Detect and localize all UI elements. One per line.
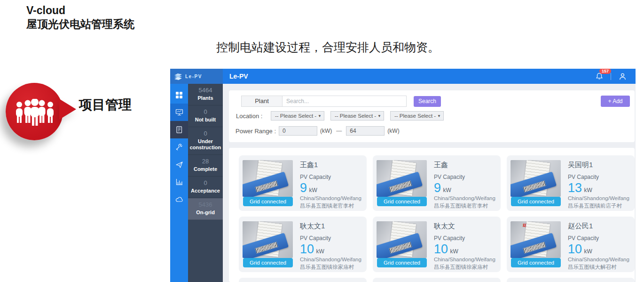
filter-panel: Plant Search + Add Location : -- Please …: [229, 90, 635, 142]
add-button[interactable]: + Add: [601, 96, 630, 107]
brand-line2: 屋顶光伏电站管理系统: [26, 17, 134, 31]
status-badge: Grid connected: [243, 197, 293, 206]
capacity-value: 9: [300, 181, 307, 195]
capacity-unit: kW: [309, 187, 317, 193]
dashboard-icon: [175, 91, 183, 99]
stat-value: 0: [189, 108, 222, 115]
plant-village: 昌乐县五图镇老官李村: [300, 202, 365, 209]
status-badge: Grid connected: [377, 258, 427, 267]
plant-region: China/Shandong/Weifang: [568, 257, 633, 262]
stat-label: Acceptance: [189, 188, 222, 194]
header-right: 157: [595, 72, 636, 81]
capacity-label: PV Capacity: [568, 174, 633, 180]
feature-callout: 项目管理: [0, 79, 169, 141]
header-title: Le-PV: [229, 73, 248, 80]
bubble-arrow: [59, 99, 76, 120]
stat-complete[interactable]: 28 Complete: [188, 155, 223, 177]
capacity-unit: kW: [450, 248, 458, 255]
plant-card[interactable]: Grid connected 王鑫1 PV Capacity 9 kW Chin…: [239, 155, 367, 211]
capacity-label: PV Capacity: [300, 174, 365, 180]
search-input[interactable]: [283, 96, 407, 107]
bar-chart-icon: [175, 178, 183, 186]
plant-village: 昌乐县五图镇前店子村: [568, 202, 633, 209]
plant-card[interactable]: Grid connected 耿太文 PV Capacity 10 kW Chi…: [373, 217, 501, 272]
plant-cards-grid: Grid connected 王鑫1 PV Capacity 9 kW Chin…: [239, 155, 635, 282]
select-value: -- Please Select -: [335, 113, 376, 119]
plant-region: China/Shandong/Weifang: [434, 257, 499, 262]
search-button[interactable]: Search: [414, 96, 441, 107]
notifications-bell-icon[interactable]: 157: [595, 72, 604, 81]
monitor-icon: [175, 108, 183, 116]
plant-name: 王鑫1: [300, 161, 365, 169]
stat-value: 28: [189, 158, 222, 165]
sidebar-item-statistics[interactable]: [170, 173, 188, 191]
sidebar-item-construction[interactable]: [170, 138, 188, 156]
stat-plants[interactable]: 5464 Plants: [188, 84, 223, 105]
capacity-label: PV Capacity: [434, 235, 499, 242]
stat-acceptance[interactable]: 0 Acceptance: [188, 177, 223, 198]
stat-value: 5464: [189, 87, 222, 94]
plant-card-partial[interactable]: [507, 278, 635, 282]
stat-label: Plants: [189, 95, 222, 101]
page: V-cloud 屋顶光伏电站管理系统 控制电站建设过程，合理安排人员和物资。 项…: [0, 0, 644, 282]
capacity-value: 13: [568, 181, 582, 195]
capacity-unit: kW: [584, 187, 592, 193]
sidebar-item-cloud[interactable]: [170, 191, 188, 208]
logo-text: Le-PV: [185, 74, 202, 79]
capacity-unit: kW: [443, 187, 451, 193]
plant-card[interactable]: Grid connected 吴国明1 PV Capacity 13 kW Ch…: [507, 155, 635, 211]
plant-village: 昌乐县五图镇徐家庙村: [434, 264, 499, 271]
sidebar-item-monitor[interactable]: [170, 104, 188, 121]
plant-card-partial[interactable]: [373, 278, 501, 282]
dispatch-icon: [175, 161, 183, 169]
solar-panel-logo-icon: [173, 72, 183, 81]
power-min-input[interactable]: [279, 126, 317, 136]
power-max-input[interactable]: [346, 126, 385, 136]
select-value: -- Please Select -: [275, 113, 316, 119]
plant-region: China/Shandong/Weifang: [434, 195, 499, 201]
capacity-value: 10: [568, 242, 582, 256]
stat-under-construction[interactable]: 0 Under construction: [188, 127, 223, 155]
plant-name: 耿太文: [434, 222, 499, 231]
plant-village: 昌乐县五图镇徐家庙村: [300, 264, 365, 271]
cloud-icon: [175, 195, 183, 203]
location-select-district[interactable]: -- Please Select - ▼: [390, 111, 444, 121]
sidebar-item-dashboard[interactable]: [170, 86, 188, 104]
plant-card-partial[interactable]: [239, 278, 367, 282]
search-field-selector[interactable]: Plant: [241, 96, 283, 107]
stat-value: 5436: [189, 201, 222, 208]
location-select-city[interactable]: -- Please Select - ▼: [330, 111, 384, 121]
stat-on-grid[interactable]: 5436 On-grid: [188, 198, 223, 220]
select-value: -- Please Select -: [394, 113, 436, 119]
logo-block[interactable]: Le-PV: [170, 69, 223, 84]
plant-village: 昌乐县五图镇老官李村: [434, 202, 499, 209]
range-dash: —: [336, 128, 342, 134]
location-select-province[interactable]: -- Please Select - ▼: [271, 111, 324, 121]
chevron-down-icon: ▼: [377, 114, 381, 118]
feature-label: 项目管理: [79, 96, 132, 114]
power-unit: (kW): [387, 128, 399, 134]
power-range-row: Power Range : (kW) — (kW): [236, 126, 629, 136]
stat-label: Under construction: [189, 138, 222, 151]
stat-not-built[interactable]: 0 Not built: [188, 105, 223, 127]
power-unit: (kW): [320, 128, 332, 134]
sidebar-item-dispatch[interactable]: [170, 156, 188, 173]
location-label: Location :: [236, 113, 271, 120]
capacity-label: PV Capacity: [434, 174, 499, 180]
plant-name: 赵公民1: [568, 222, 633, 231]
plant-card[interactable]: Grid connected 耿太文1 PV Capacity 10 kW Ch…: [239, 217, 367, 272]
plant-card[interactable]: 赵公民北屋 Grid connected 赵公民1 PV Capacity 10…: [507, 217, 635, 272]
plant-card[interactable]: Grid connected 王鑫 PV Capacity 9 kW China…: [373, 155, 501, 211]
capacity-value: 10: [300, 242, 314, 256]
plant-photo: [243, 160, 293, 197]
capacity-unit: kW: [316, 248, 324, 255]
sidebar-item-plants[interactable]: [170, 121, 188, 138]
user-profile-icon[interactable]: [618, 72, 627, 81]
app-header: Le-PV Le-PV 157: [170, 69, 636, 84]
location-row: Location : -- Please Select - ▼ -- Pleas…: [236, 111, 629, 121]
caption: 控制电站建设过程，合理安排人员和物资。: [216, 40, 440, 55]
brand-line1: V-cloud: [26, 4, 134, 17]
plant-name: 王鑫: [434, 161, 499, 169]
capacity-label: PV Capacity: [568, 235, 633, 242]
stat-label: On-grid: [189, 209, 222, 216]
